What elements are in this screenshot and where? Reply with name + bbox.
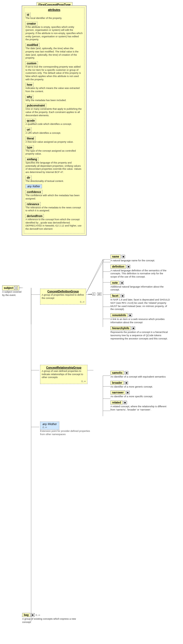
any-other-element-mult: 0..∞	[43, 426, 47, 429]
concept-relationship-group-mult: 0..∞	[42, 380, 86, 383]
attr-derivedfrom-name: derivedfrom	[25, 214, 44, 218]
element-facet-icon: ▣	[121, 294, 124, 298]
attr-literal-name: literal	[25, 136, 35, 141]
element-broader-icon: ▣	[125, 381, 128, 385]
element-related-label: related	[110, 401, 123, 405]
attr-xmllang-desc: Specifies the language of this property …	[25, 161, 83, 174]
attr-relevance-name: relevance	[25, 202, 41, 206]
attributes-group-label: attributes	[24, 8, 84, 12]
element-note-label: note	[110, 281, 119, 285]
bag-mult: 0..∞	[36, 614, 40, 616]
element-note-item: note ▣ Additional natural language infor…	[110, 281, 170, 292]
attr-id-name: id	[25, 13, 31, 17]
element-related-desc: A related concept, where the relationshi…	[110, 405, 170, 411]
element-hierarchyinfo-item: hierarchyInfo ▣ Represents the position …	[110, 326, 170, 340]
attr-pubconstraint-name: pubconstraint	[25, 104, 46, 108]
attr-id: id The local identifier of the property.	[25, 13, 83, 20]
element-narrower-item: narrower ▣ An identifier of a more speci…	[110, 391, 170, 398]
concept-relationship-group-box: ConceptRelationshipGroup A group of user…	[40, 365, 87, 384]
attr-id-desc: The local identifier of the property.	[25, 17, 83, 20]
attr-how-name: how	[25, 83, 34, 87]
attr-why-desc: Why the metadata has been included.	[25, 99, 83, 102]
attr-any-other-name: any #other	[25, 184, 42, 188]
attr-any-other: any #other	[25, 184, 83, 188]
attr-dir: dir The directionality of textual conten…	[25, 176, 83, 183]
element-hierarchyinfo-icon: ▣	[132, 326, 135, 330]
element-definition-icon: ▣	[127, 265, 130, 268]
element-related-item: related ▣ A related concept, where the r…	[110, 401, 170, 411]
concept-relationship-group-label: ConceptRelationshipGroup	[42, 366, 86, 369]
attr-pubconstraint-desc: One or many constraints that apply to pu…	[25, 108, 83, 117]
attr-literal-desc: A free-text value assigned as property v…	[25, 141, 83, 144]
attr-xmllang: xmllang Specifies the language of this p…	[25, 157, 83, 174]
bag-desc: A group of existing concepts which expre…	[22, 618, 76, 624]
concept-def-connectors: ⟶ 1 : 10	[88, 292, 102, 296]
attr-derivedfrom: derivedfrom A reference to the concept f…	[25, 214, 83, 231]
element-hierarchyinfo-desc: Represents the position of a concept in …	[110, 331, 170, 340]
attr-custom: custom If set to true the corresponding …	[25, 61, 83, 81]
element-broader-desc: An identifier of a more generic concept.	[110, 385, 170, 389]
attr-modified-desc: The date (and, optionally, the time) whe…	[25, 47, 83, 60]
element-broader-item: broader ▣ An identifier of a more generi…	[110, 381, 170, 389]
attr-xmllang-name: xmllang	[25, 157, 38, 161]
element-sameas-desc: An identifier of a concept with equivale…	[110, 375, 170, 379]
concept-relationship-group-desc: A group of user-defined properties to in…	[42, 370, 86, 379]
element-facet-item: facet ▣ In NAR 1.8 and later, facet is d…	[110, 294, 170, 311]
subject-box: subject ◇	[2, 285, 19, 291]
concept-definition-group-label: ConceptDefinitionGroup	[42, 290, 84, 293]
element-name-desc: A natural language name for the concept.	[110, 259, 170, 262]
attr-uri-name: uri	[25, 128, 32, 132]
attr-qcode: qcode A qualified code which identifies …	[25, 119, 83, 126]
element-definition-desc: A natural language definition of the sem…	[110, 269, 170, 279]
element-remoteinfo-desc: A link to an item or a web resource whic…	[110, 318, 170, 324]
element-narrower-desc: An identifier of a more specific concept…	[110, 395, 170, 398]
element-facet-label: facet	[110, 294, 120, 298]
element-sameas-icon: ▣	[125, 371, 128, 375]
attr-modified: modified The date (and, optionally, the …	[25, 43, 83, 60]
attr-confidence-desc: The confidence with which the metadata h…	[25, 194, 83, 200]
attr-type-name: type	[25, 145, 34, 149]
concept-definition-group-box: ConceptDefinitionGroup A group of proper…	[40, 289, 86, 305]
attr-how: how Indicates by which means the value w…	[25, 83, 83, 93]
attr-derivedfrom-desc: A reference to the concept from which th…	[25, 218, 83, 231]
element-remoteinfo-item: remoteInfo ▣ A link to an item or a web …	[110, 313, 170, 324]
bag-name: bag	[22, 613, 30, 617]
attr-qcode-desc: A qualified code which identifies a conc…	[25, 123, 83, 126]
element-name-item: name ▣ A natural language name for the c…	[110, 255, 170, 262]
attr-uri: uri A URI which identifies a concept.	[25, 128, 83, 135]
element-sameas-label: sameAs	[110, 371, 124, 375]
right-def-elements: name ▣ A natural language name for the c…	[110, 255, 170, 342]
element-definition-item: definition ▣ A natural language definiti…	[110, 265, 170, 279]
attr-dir-name: dir	[25, 176, 32, 180]
attr-relevance: relevance The relevance of the metadata …	[25, 202, 83, 212]
element-broader-label: broader	[110, 381, 124, 385]
any-other-element-box: any ##other 0..∞	[40, 422, 59, 430]
element-facet-desc: In NAR 1.8 and later, facet is deprecate…	[110, 298, 170, 311]
attr-type: type The type of the concept assigned as…	[25, 145, 83, 156]
element-sameas-item: sameAs ▣ An identifier of a concept with…	[110, 371, 170, 379]
attr-creator: creator If the attribute is empty, speci…	[25, 22, 83, 41]
attr-creator-name: creator	[25, 22, 37, 26]
subject-name: subject	[4, 286, 13, 289]
attr-confidence-name: confidence	[25, 190, 43, 194]
svg-line-5	[85, 259, 103, 295]
element-narrower-label: narrower	[110, 391, 125, 395]
attr-literal: literal A free-text value assigned as pr…	[25, 136, 83, 144]
element-note-icon: ▣	[120, 281, 124, 285]
attr-qcode-name: qcode	[25, 119, 36, 123]
element-definition-label: definition	[110, 265, 126, 269]
subject-icon: ◇	[14, 286, 18, 290]
attr-how-desc: Indicates by which means the value was e…	[25, 87, 83, 93]
attr-relevance-desc: The relevance of the metadata to the new…	[25, 206, 83, 212]
attr-type-desc: The type of the concept assigned as cont…	[25, 149, 83, 156]
attr-custom-desc: If set to true the corresponding propert…	[25, 65, 83, 81]
element-narrower-icon: ▣	[126, 391, 130, 394]
attr-dir-desc: The directionality of textual content.	[25, 180, 83, 183]
element-name-icon: ▣	[122, 255, 125, 258]
concept-definition-group-mult: 0..∞	[42, 301, 84, 303]
element-remoteinfo-label: remoteInfo	[110, 313, 128, 317]
attr-uri-desc: A URI which identifies a concept.	[25, 132, 83, 135]
attr-creator-desc: If the attribute is empty, specifies whi…	[25, 26, 83, 41]
bag-icon: ▣	[31, 613, 35, 617]
any-other-element-label: any ##other	[43, 423, 57, 426]
